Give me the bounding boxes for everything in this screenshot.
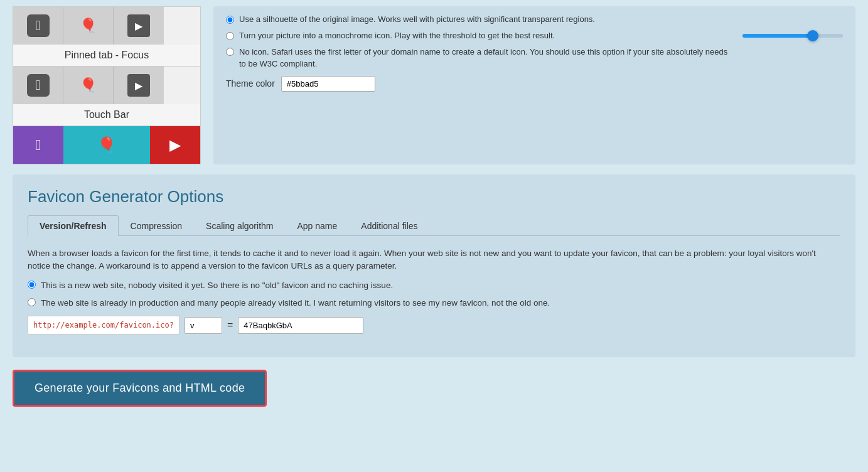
version-radio2-row: The web site is already in production an… — [28, 297, 840, 309]
generate-button-wrapper: Generate your Favicons and HTML code — [13, 370, 855, 407]
apple-icon-focus:  — [27, 74, 50, 97]
version-description: When a browser loads a favicon for the f… — [28, 247, 840, 273]
apple-icon-cell-grey:  — [13, 7, 63, 45]
balloon-icon-grey: 🎈 — [77, 14, 100, 37]
apple-icon-grey:  — [27, 14, 50, 37]
section-title: Favicon Generator Options — [28, 187, 840, 206]
youtube-icon-cell-grey: ▶ — [114, 7, 164, 45]
balloon-icon-cell-focus: 🎈 — [63, 67, 114, 104]
tab-additional-files[interactable]: Additional files — [349, 215, 429, 236]
url-display: http://example.com/favicon.ico? — [28, 316, 179, 335]
pinned-tab-focus-icons-row:  🎈 ▶ — [13, 67, 200, 104]
version-radio2[interactable] — [28, 298, 36, 306]
option-monochrome-radio[interactable] — [226, 32, 234, 40]
preview-panel:  🎈 ▶ Pinned tab - Focus  🎈 — [13, 6, 201, 164]
touch-bar-label: Touch Bar — [13, 104, 200, 126]
option-monochrome-text: Turn your picture into a monochrome icon… — [239, 30, 737, 41]
generate-button[interactable]: Generate your Favicons and HTML code — [13, 370, 267, 407]
balloon-icon-touchbar: 🎈 — [97, 136, 116, 154]
version-radio1[interactable] — [28, 281, 36, 289]
option-monochrome-row: Turn your picture into a monochrome icon… — [226, 30, 843, 41]
balloon-icon-focus: 🎈 — [77, 74, 100, 97]
apple-icon-touchbar:  — [36, 136, 41, 154]
slider-fill — [742, 34, 813, 38]
monochrome-slider[interactable] — [742, 34, 843, 38]
version-radio2-text: The web site is already in production an… — [41, 297, 550, 309]
tab-version-refresh[interactable]: Version/Refresh — [28, 215, 119, 236]
tab-compression[interactable]: Compression — [119, 215, 194, 236]
youtube-icon-grey: ▶ — [127, 14, 150, 37]
theme-color-label: Theme color — [226, 78, 275, 88]
top-section:  🎈 ▶ Pinned tab - Focus  🎈 — [13, 6, 855, 164]
option-noicon-text: No icon. Safari uses the first letter of… — [239, 46, 843, 69]
slider-thumb[interactable] — [807, 30, 818, 41]
option-noicon-row: No icon. Safari uses the first letter of… — [226, 46, 843, 69]
touchbar-icons-row:  🎈 ▶ — [13, 126, 200, 164]
option-silhouette-radio[interactable] — [226, 16, 234, 24]
youtube-icon-cell-focus: ▶ — [114, 67, 164, 104]
version-param-input[interactable] — [185, 317, 222, 334]
version-radio1-row: This is a new web site, nobody visited i… — [28, 279, 840, 292]
tab-scaling-algorithm[interactable]: Scaling algorithm — [194, 215, 285, 236]
apple-icon-cell-touchbar:  — [13, 126, 63, 164]
option-silhouette-text: Use a silhouette of the original image. … — [239, 14, 843, 25]
theme-color-input[interactable] — [281, 76, 375, 92]
tab-content-version: When a browser loads a favicon for the f… — [28, 247, 840, 335]
tab-app-name[interactable]: App name — [285, 215, 349, 236]
tabs-row: Version/Refresh Compression Scaling algo… — [28, 215, 840, 236]
equals-sign: = — [227, 318, 233, 333]
page-wrapper:  🎈 ▶ Pinned tab - Focus  🎈 — [0, 0, 868, 472]
balloon-icon-cell-grey: 🎈 — [63, 7, 114, 45]
youtube-icon-focus: ▶ — [127, 74, 150, 97]
pinned-tab-label: Pinned tab - Focus — [13, 45, 200, 67]
apple-icon-cell-focus:  — [13, 67, 63, 104]
hash-value-input[interactable] — [238, 317, 363, 334]
favicon-generator-options-section: Favicon Generator Options Version/Refres… — [13, 174, 855, 357]
pinned-tab-icons-row:  🎈 ▶ — [13, 7, 200, 45]
slider-track — [742, 34, 843, 38]
url-version-row: http://example.com/favicon.ico? = — [28, 316, 840, 335]
option-noicon-radio[interactable] — [226, 48, 234, 56]
youtube-icon-cell-touchbar: ▶ — [150, 126, 200, 164]
safari-options-panel: Use a silhouette of the original image. … — [213, 6, 855, 164]
balloon-icon-cell-touchbar: 🎈 — [63, 126, 150, 164]
youtube-icon-touchbar: ▶ — [169, 136, 181, 154]
theme-color-row: Theme color — [226, 76, 843, 92]
version-radio1-text: This is a new web site, nobody visited i… — [41, 279, 393, 292]
option-silhouette-row: Use a silhouette of the original image. … — [226, 14, 843, 25]
